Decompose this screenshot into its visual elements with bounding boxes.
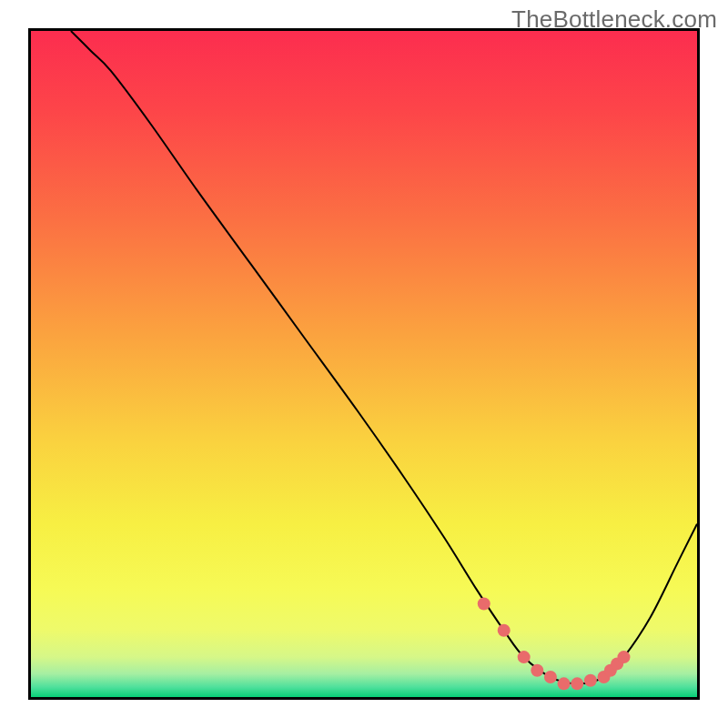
chart-container: TheBottleneck.com <box>0 0 728 728</box>
highlight-point <box>531 664 543 677</box>
highlight-point <box>544 671 557 683</box>
highlight-point <box>478 598 490 611</box>
highlight-points <box>478 598 631 691</box>
highlight-point <box>498 624 511 637</box>
highlight-point <box>571 677 583 690</box>
watermark-text: TheBottleneck.com <box>511 5 717 34</box>
marker-layer <box>31 31 697 697</box>
highlight-point <box>558 677 571 690</box>
highlight-point <box>584 674 597 687</box>
highlight-point <box>617 651 630 663</box>
plot-area <box>28 28 700 700</box>
highlight-point <box>518 651 531 663</box>
